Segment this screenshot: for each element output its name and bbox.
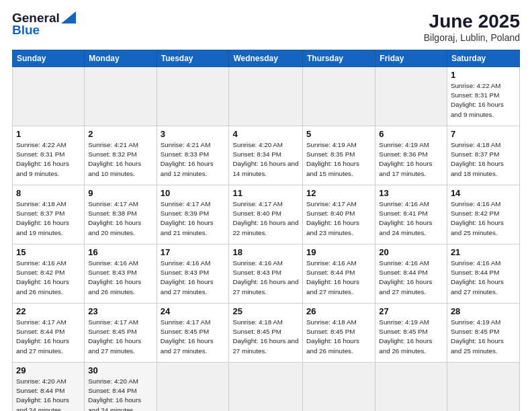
- calendar-cell: [303, 363, 375, 412]
- header-saturday: Saturday: [447, 50, 519, 67]
- day-number: 18: [232, 247, 299, 257]
- calendar-cell: [303, 67, 375, 126]
- header-monday: Monday: [85, 50, 157, 67]
- day-number: 1: [451, 70, 516, 80]
- day-detail: Sunrise: 4:16 AMSunset: 8:42 PMDaylight:…: [451, 199, 516, 238]
- logo-icon: [61, 11, 76, 24]
- day-detail: Sunrise: 4:19 AMSunset: 8:36 PMDaylight:…: [379, 140, 443, 179]
- calendar-cell: [229, 363, 303, 412]
- day-number: 17: [161, 247, 226, 257]
- calendar-week-row: 29Sunrise: 4:20 AMSunset: 8:44 PMDayligh…: [13, 363, 520, 412]
- header-friday: Friday: [375, 50, 447, 67]
- calendar-cell: 21Sunrise: 4:16 AMSunset: 8:44 PMDayligh…: [447, 244, 519, 304]
- calendar-cell: [85, 67, 157, 126]
- day-detail: Sunrise: 4:17 AMSunset: 8:45 PMDaylight:…: [88, 318, 152, 356]
- calendar-cell: 24Sunrise: 4:17 AMSunset: 8:45 PMDayligh…: [157, 304, 229, 363]
- svg-marker-0: [61, 11, 76, 24]
- day-number: 4: [232, 129, 299, 139]
- calendar-cell: 29Sunrise: 4:20 AMSunset: 8:44 PMDayligh…: [13, 363, 85, 412]
- day-number: 9: [88, 188, 152, 198]
- calendar-week-row: 22Sunrise: 4:17 AMSunset: 8:44 PMDayligh…: [13, 304, 520, 363]
- day-detail: Sunrise: 4:17 AMSunset: 8:39 PMDaylight:…: [161, 199, 226, 238]
- calendar-cell: 27Sunrise: 4:19 AMSunset: 8:45 PMDayligh…: [375, 304, 447, 363]
- header-thursday: Thursday: [303, 50, 375, 67]
- day-detail: Sunrise: 4:16 AMSunset: 8:44 PMDaylight:…: [379, 259, 443, 297]
- day-number: 19: [306, 247, 371, 257]
- day-number: 21: [451, 247, 516, 257]
- day-number: 11: [232, 188, 299, 198]
- calendar-cell: 16Sunrise: 4:16 AMSunset: 8:43 PMDayligh…: [85, 244, 157, 304]
- calendar-header-row: Sunday Monday Tuesday Wednesday Thursday…: [13, 50, 520, 67]
- day-number: 22: [16, 306, 81, 316]
- calendar-cell: 7Sunrise: 4:18 AMSunset: 8:37 PMDaylight…: [447, 126, 519, 185]
- day-detail: Sunrise: 4:16 AMSunset: 8:44 PMDaylight:…: [306, 259, 371, 297]
- calendar-cell: 1Sunrise: 4:22 AMSunset: 8:31 PMDaylight…: [447, 67, 519, 126]
- calendar-cell: 1Sunrise: 4:22 AMSunset: 8:31 PMDaylight…: [13, 126, 85, 185]
- calendar-week-row: 8Sunrise: 4:18 AMSunset: 8:37 PMDaylight…: [13, 185, 520, 244]
- calendar-cell: 12Sunrise: 4:17 AMSunset: 8:40 PMDayligh…: [303, 185, 375, 244]
- day-detail: Sunrise: 4:18 AMSunset: 8:45 PMDaylight:…: [306, 318, 371, 356]
- calendar-cell: 22Sunrise: 4:17 AMSunset: 8:44 PMDayligh…: [13, 304, 85, 363]
- calendar-cell: 28Sunrise: 4:19 AMSunset: 8:45 PMDayligh…: [447, 304, 519, 363]
- day-number: 6: [379, 129, 443, 139]
- calendar-title: June 2025: [424, 11, 520, 32]
- logo: General Blue: [12, 11, 76, 38]
- day-detail: Sunrise: 4:22 AMSunset: 8:31 PMDaylight:…: [451, 81, 516, 120]
- day-number: 3: [161, 129, 226, 139]
- calendar-cell: 13Sunrise: 4:16 AMSunset: 8:41 PMDayligh…: [375, 185, 447, 244]
- day-number: 24: [161, 306, 226, 316]
- header-tuesday: Tuesday: [157, 50, 229, 67]
- calendar-cell: 3Sunrise: 4:21 AMSunset: 8:33 PMDaylight…: [157, 126, 229, 185]
- day-number: 16: [88, 247, 152, 257]
- calendar-subtitle: Bilgoraj, Lublin, Poland: [424, 32, 520, 43]
- header-wednesday: Wednesday: [229, 50, 303, 67]
- day-number: 1: [16, 129, 81, 139]
- day-number: 25: [232, 306, 299, 316]
- day-number: 5: [306, 129, 371, 139]
- day-detail: Sunrise: 4:16 AMSunset: 8:42 PMDaylight:…: [16, 259, 81, 297]
- day-detail: Sunrise: 4:18 AMSunset: 8:37 PMDaylight:…: [16, 199, 81, 238]
- calendar-cell: [375, 363, 447, 412]
- day-detail: Sunrise: 4:20 AMSunset: 8:44 PMDaylight:…: [16, 377, 81, 411]
- day-detail: Sunrise: 4:16 AMSunset: 8:43 PMDaylight:…: [232, 259, 299, 297]
- calendar-cell: 23Sunrise: 4:17 AMSunset: 8:45 PMDayligh…: [85, 304, 157, 363]
- calendar-week-row: 1Sunrise: 4:22 AMSunset: 8:31 PMDaylight…: [13, 126, 520, 185]
- header: General Blue June 2025 Bilgoraj, Lublin,…: [12, 11, 520, 43]
- calendar-cell: 8Sunrise: 4:18 AMSunset: 8:37 PMDaylight…: [13, 185, 85, 244]
- calendar-cell: 26Sunrise: 4:18 AMSunset: 8:45 PMDayligh…: [303, 304, 375, 363]
- calendar-cell: 4Sunrise: 4:20 AMSunset: 8:34 PMDaylight…: [229, 126, 303, 185]
- day-number: 8: [16, 188, 81, 198]
- day-detail: Sunrise: 4:19 AMSunset: 8:45 PMDaylight:…: [379, 318, 443, 356]
- calendar-cell: 5Sunrise: 4:19 AMSunset: 8:35 PMDaylight…: [303, 126, 375, 185]
- day-number: 23: [88, 306, 152, 316]
- calendar-week-row: 1Sunrise: 4:22 AMSunset: 8:31 PMDaylight…: [13, 67, 520, 126]
- day-number: 30: [88, 365, 152, 375]
- calendar-cell: 9Sunrise: 4:17 AMSunset: 8:38 PMDaylight…: [85, 185, 157, 244]
- day-number: 7: [451, 129, 516, 139]
- day-detail: Sunrise: 4:17 AMSunset: 8:44 PMDaylight:…: [16, 318, 81, 356]
- title-block: June 2025 Bilgoraj, Lublin, Poland: [424, 11, 520, 43]
- day-detail: Sunrise: 4:17 AMSunset: 8:45 PMDaylight:…: [161, 318, 226, 356]
- calendar-cell: 10Sunrise: 4:17 AMSunset: 8:39 PMDayligh…: [157, 185, 229, 244]
- day-detail: Sunrise: 4:18 AMSunset: 8:37 PMDaylight:…: [451, 140, 516, 179]
- calendar-cell: 17Sunrise: 4:16 AMSunset: 8:43 PMDayligh…: [157, 244, 229, 304]
- day-detail: Sunrise: 4:19 AMSunset: 8:45 PMDaylight:…: [451, 318, 516, 356]
- day-number: 14: [451, 188, 516, 198]
- day-number: 12: [306, 188, 371, 198]
- day-detail: Sunrise: 4:21 AMSunset: 8:33 PMDaylight:…: [161, 140, 226, 179]
- day-number: 29: [16, 365, 81, 375]
- calendar-table: Sunday Monday Tuesday Wednesday Thursday…: [12, 50, 520, 411]
- calendar-cell: [229, 67, 303, 126]
- calendar-cell: 19Sunrise: 4:16 AMSunset: 8:44 PMDayligh…: [303, 244, 375, 304]
- day-detail: Sunrise: 4:20 AMSunset: 8:34 PMDaylight:…: [232, 140, 299, 179]
- day-detail: Sunrise: 4:17 AMSunset: 8:40 PMDaylight:…: [306, 199, 371, 238]
- calendar-cell: 15Sunrise: 4:16 AMSunset: 8:42 PMDayligh…: [13, 244, 85, 304]
- day-number: 20: [379, 247, 443, 257]
- calendar-cell: [447, 363, 519, 412]
- calendar-week-row: 15Sunrise: 4:16 AMSunset: 8:42 PMDayligh…: [13, 244, 520, 304]
- day-detail: Sunrise: 4:16 AMSunset: 8:41 PMDaylight:…: [379, 199, 443, 238]
- day-number: 2: [88, 129, 152, 139]
- calendar-cell: 2Sunrise: 4:21 AMSunset: 8:32 PMDaylight…: [85, 126, 157, 185]
- calendar-cell: 14Sunrise: 4:16 AMSunset: 8:42 PMDayligh…: [447, 185, 519, 244]
- day-detail: Sunrise: 4:16 AMSunset: 8:44 PMDaylight:…: [451, 259, 516, 297]
